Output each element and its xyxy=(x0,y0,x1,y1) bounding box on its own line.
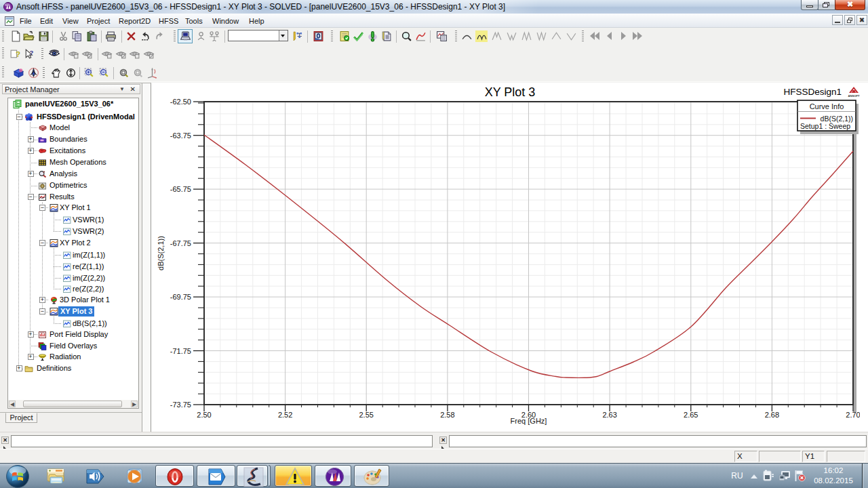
svg-text:Freq [GHz]: Freq [GHz] xyxy=(511,417,547,425)
svg-text:-67.75: -67.75 xyxy=(170,239,191,247)
svg-text:2.68: 2.68 xyxy=(765,411,779,419)
svg-text:XY Plot 3: XY Plot 3 xyxy=(485,85,536,99)
svg-text:-71.75: -71.75 xyxy=(170,347,191,355)
svg-text:-62.50: -62.50 xyxy=(170,98,191,106)
svg-text:-69.75: -69.75 xyxy=(170,293,191,301)
svg-text:2.65: 2.65 xyxy=(684,411,698,419)
svg-text:ANSOFT: ANSOFT xyxy=(848,94,860,98)
svg-text:2.58: 2.58 xyxy=(440,411,454,419)
svg-text:-65.75: -65.75 xyxy=(170,185,191,193)
svg-text:Curve Info: Curve Info xyxy=(810,102,844,110)
svg-text:2.63: 2.63 xyxy=(602,411,616,419)
svg-text:2.70: 2.70 xyxy=(846,411,860,419)
svg-text:2.55: 2.55 xyxy=(359,411,373,419)
svg-text:2.50: 2.50 xyxy=(197,411,211,419)
svg-text:2.52: 2.52 xyxy=(278,411,292,419)
svg-text:dB(S(2,1)): dB(S(2,1)) xyxy=(157,236,165,270)
svg-text:-63.75: -63.75 xyxy=(170,131,191,140)
svg-text:Setup1 : Sweep: Setup1 : Sweep xyxy=(800,122,850,130)
svg-text:-73.75: -73.75 xyxy=(170,401,191,409)
svg-text:HFSSDesign1: HFSSDesign1 xyxy=(783,87,842,97)
